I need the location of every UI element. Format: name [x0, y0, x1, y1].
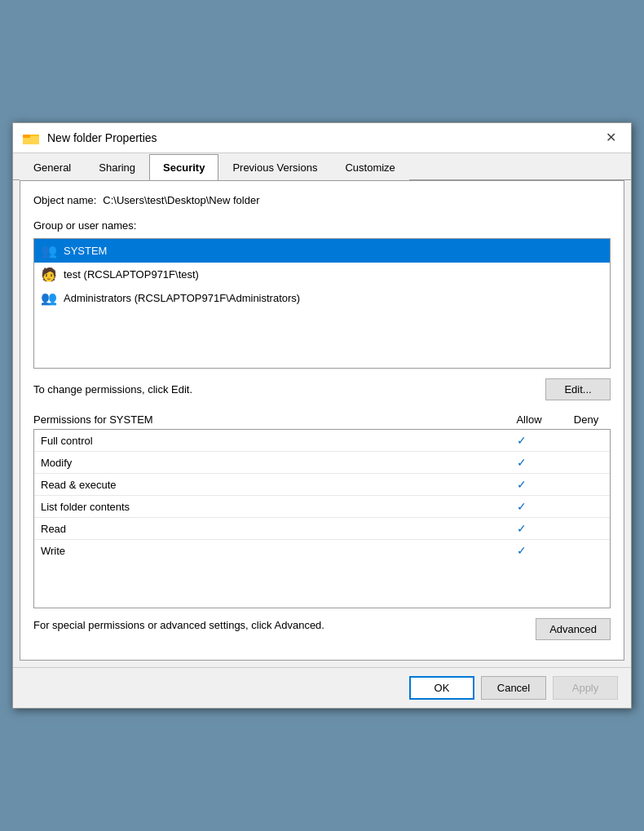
col-allow-label: Allow	[496, 413, 562, 426]
svg-rect-2	[23, 135, 30, 138]
tab-security[interactable]: Security	[149, 154, 218, 180]
admin-icon: 👥	[41, 290, 57, 306]
properties-dialog: New folder Properties ✕ General Sharing …	[12, 122, 632, 709]
group-label: Group or user names:	[33, 219, 611, 232]
edit-row: To change permissions, click Edit. Edit.…	[33, 378, 611, 400]
tab-customize[interactable]: Customize	[331, 154, 408, 180]
tab-previous-versions[interactable]: Previous Versions	[218, 154, 331, 180]
table-row: Modify ✓	[34, 452, 610, 474]
perm-full-control: Full control	[41, 435, 489, 447]
table-row: Read ✓	[34, 518, 610, 540]
content-area: Object name: C:\Users\test\Desktop\New f…	[20, 180, 624, 661]
permissions-header: Permissions for SYSTEM Allow Deny	[33, 413, 611, 426]
object-name-label: Object name:	[33, 194, 96, 206]
dialog-title: New folder Properties	[47, 131, 593, 144]
tab-bar: General Sharing Security Previous Versio…	[13, 153, 631, 180]
advanced-button[interactable]: Advanced	[536, 618, 611, 640]
perm-list-folder: List folder contents	[41, 501, 489, 513]
tab-sharing[interactable]: Sharing	[85, 154, 149, 180]
perm-modify-allow: ✓	[489, 456, 554, 469]
perm-read-allow: ✓	[489, 522, 554, 535]
object-name-value: C:\Users\test\Desktop\New folder	[103, 194, 259, 206]
edit-button[interactable]: Edit...	[545, 378, 611, 400]
perm-read-execute: Read & execute	[41, 479, 489, 491]
perm-write: Write	[41, 545, 489, 557]
test-name: test (RCSLAPTOP971F\test)	[64, 268, 199, 281]
dialog-footer: OK Cancel Apply	[13, 667, 631, 708]
list-item[interactable]: 👥 SYSTEM	[34, 239, 610, 263]
permissions-label: Permissions for SYSTEM	[33, 413, 153, 426]
perm-full-control-allow: ✓	[489, 434, 554, 447]
perm-modify: Modify	[41, 457, 489, 469]
table-row: Full control ✓	[34, 430, 610, 452]
perm-write-allow: ✓	[489, 544, 554, 557]
system-name: SYSTEM	[64, 245, 107, 257]
permissions-table: Full control ✓ Modify ✓ Read & execute ✓…	[33, 429, 611, 608]
object-name-row: Object name: C:\Users\test\Desktop\New f…	[33, 194, 611, 206]
advanced-row: For special permissions or advanced sett…	[33, 618, 611, 640]
title-bar: New folder Properties ✕	[13, 123, 631, 153]
col-deny-label: Deny	[562, 413, 611, 426]
list-item[interactable]: 🧑 test (RCSLAPTOP971F\test)	[34, 263, 610, 286]
folder-icon	[23, 130, 39, 146]
apply-button[interactable]: Apply	[553, 676, 618, 700]
users-list[interactable]: 👥 SYSTEM 🧑 test (RCSLAPTOP971F\test) 👥 A…	[33, 238, 611, 369]
admin-name: Administrators (RCSLAPTOP971F\Administra…	[64, 292, 300, 304]
table-row: List folder contents ✓	[34, 496, 610, 518]
permissions-columns: Allow Deny	[496, 413, 611, 426]
advanced-description: For special permissions or advanced sett…	[33, 618, 324, 633]
cancel-button[interactable]: Cancel	[481, 676, 546, 700]
table-row: Read & execute ✓	[34, 474, 610, 496]
perm-read: Read	[41, 523, 489, 535]
table-row: Write ✓	[34, 540, 610, 561]
test-icon: 🧑	[41, 267, 57, 282]
tab-general[interactable]: General	[20, 154, 85, 180]
system-icon: 👥	[41, 243, 57, 259]
edit-description: To change permissions, click Edit.	[33, 383, 192, 396]
ok-button[interactable]: OK	[409, 676, 474, 700]
perm-read-execute-allow: ✓	[489, 478, 554, 491]
list-item[interactable]: 👥 Administrators (RCSLAPTOP971F\Administ…	[34, 286, 610, 310]
perm-list-folder-allow: ✓	[489, 500, 554, 513]
close-button[interactable]: ✕	[601, 130, 621, 146]
